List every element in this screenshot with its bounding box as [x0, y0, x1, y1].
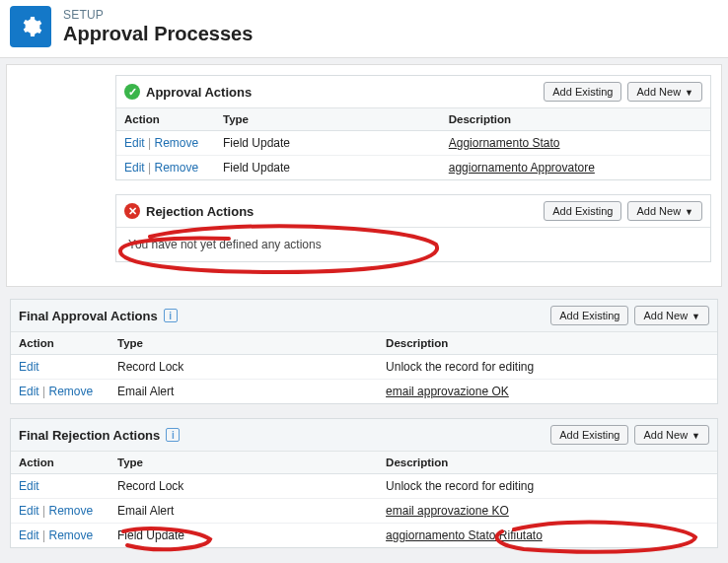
x-icon: ✕ — [124, 203, 140, 219]
add-existing-button[interactable]: Add Existing — [550, 306, 628, 325]
check-icon: ✓ — [124, 84, 140, 100]
remove-link[interactable]: Remove — [154, 161, 198, 175]
edit-link[interactable]: Edit — [19, 385, 39, 398]
page-header: SETUP Approval Processes — [0, 0, 728, 58]
description-cell: email approvazione KO — [378, 499, 717, 524]
description-link[interactable]: aggiornamento Stato Rifiutato — [386, 528, 543, 542]
separator: | — [145, 161, 155, 175]
chevron-down-icon: ▼ — [692, 312, 700, 321]
table-row: Edit | RemoveField UpdateAggiornamento S… — [116, 131, 710, 156]
final-rejection-title: Final Rejection Actions — [19, 428, 160, 443]
final-approval-header: Final Approval Actions i Add Existing Ad… — [11, 300, 717, 332]
col-action: Action — [11, 452, 109, 474]
chevron-down-icon: ▼ — [685, 88, 693, 98]
add-new-button[interactable]: Add New▼ — [627, 82, 702, 102]
separator: | — [39, 504, 49, 518]
table-row: Edit | RemoveEmail Alertemail approvazio… — [11, 380, 717, 404]
type-cell: Field Update — [109, 524, 378, 548]
info-icon[interactable]: i — [166, 428, 180, 442]
description-cell: Unlock the record for editing — [378, 355, 717, 380]
col-desc: Description — [378, 332, 717, 355]
separator: | — [145, 136, 155, 150]
remove-link[interactable]: Remove — [48, 528, 93, 542]
remove-link[interactable]: Remove — [48, 504, 93, 518]
edit-link[interactable]: Edit — [19, 479, 39, 493]
final-approval-table: Action Type Description EditRecord LockU… — [11, 332, 717, 403]
description-cell: aggiornamento Approvatore — [441, 156, 710, 180]
type-cell: Email Alert — [109, 380, 378, 404]
type-cell: Field Update — [215, 156, 441, 180]
col-type: Type — [109, 332, 378, 355]
add-new-button[interactable]: Add New▼ — [634, 306, 709, 325]
chevron-down-icon: ▼ — [692, 431, 700, 441]
edit-link[interactable]: Edit — [124, 161, 145, 175]
col-desc: Description — [378, 452, 717, 474]
col-type: Type — [215, 108, 441, 131]
edit-link[interactable]: Edit — [19, 360, 39, 374]
final-rejection-table: Action Type Description EditRecord LockU… — [11, 452, 717, 547]
remove-link[interactable]: Remove — [48, 385, 93, 398]
add-existing-button[interactable]: Add Existing — [544, 201, 621, 221]
description-cell: email approvazione OK — [378, 380, 717, 404]
description-link[interactable]: email approvazione KO — [386, 504, 509, 518]
rejection-actions-title: Rejection Actions — [146, 204, 254, 219]
description-link[interactable]: aggiornamento Approvatore — [449, 161, 595, 175]
description-cell: aggiornamento Stato Rifiutato — [378, 524, 717, 548]
final-approval-title: Final Approval Actions — [19, 309, 158, 323]
type-cell: Email Alert — [109, 499, 378, 524]
col-action: Action — [11, 332, 109, 355]
table-row: Edit | RemoveEmail Alertemail approvazio… — [11, 499, 717, 524]
chevron-down-icon: ▼ — [685, 207, 693, 217]
table-row: Edit | RemoveField Updateaggiornamento A… — [116, 156, 710, 180]
type-cell: Record Lock — [109, 355, 378, 380]
add-new-button[interactable]: Add New▼ — [627, 201, 702, 221]
final-approval-section: Final Approval Actions i Add Existing Ad… — [10, 299, 718, 404]
table-row: EditRecord LockUnlock the record for edi… — [11, 355, 717, 380]
remove-link[interactable]: Remove — [154, 136, 198, 150]
edit-link[interactable]: Edit — [19, 504, 39, 518]
final-rejection-section: Final Rejection Actions i Add Existing A… — [10, 418, 718, 548]
approval-actions-title: Approval Actions — [146, 85, 252, 100]
rejection-actions-header: ✕ Rejection Actions Add Existing Add New… — [116, 195, 710, 228]
info-icon[interactable]: i — [164, 309, 178, 322]
description-cell: Aggiornamento Stato — [441, 131, 710, 156]
type-cell: Record Lock — [109, 474, 378, 499]
add-existing-button[interactable]: Add Existing — [544, 82, 621, 102]
description-link[interactable]: Aggiornamento Stato — [449, 136, 560, 150]
rejection-empty-message: You have not yet defined any actions — [116, 228, 710, 261]
rejection-actions-section: ✕ Rejection Actions Add Existing Add New… — [115, 194, 711, 262]
approval-actions-header: ✓ Approval Actions Add Existing Add New▼ — [116, 76, 710, 108]
edit-link[interactable]: Edit — [19, 528, 39, 542]
type-cell: Field Update — [215, 131, 441, 156]
gear-icon — [10, 6, 51, 47]
setup-label: SETUP — [63, 8, 253, 22]
col-desc: Description — [441, 108, 710, 131]
separator: | — [39, 528, 49, 542]
description-link[interactable]: email approvazione OK — [386, 385, 509, 398]
approval-actions-table: Action Type Description Edit | RemoveFie… — [116, 108, 710, 179]
col-action: Action — [116, 108, 215, 131]
final-rejection-header: Final Rejection Actions i Add Existing A… — [11, 419, 717, 452]
col-type: Type — [109, 452, 378, 474]
add-existing-button[interactable]: Add Existing — [550, 425, 628, 445]
edit-link[interactable]: Edit — [124, 136, 145, 150]
separator: | — [39, 385, 49, 398]
approval-actions-section: ✓ Approval Actions Add Existing Add New▼… — [115, 75, 711, 180]
table-row: EditRecord LockUnlock the record for edi… — [11, 474, 717, 499]
table-row: Edit | RemoveField Updateaggiornamento S… — [11, 524, 717, 548]
add-new-button[interactable]: Add New▼ — [634, 425, 709, 445]
description-cell: Unlock the record for editing — [378, 474, 717, 499]
step-panel: ✓ Approval Actions Add Existing Add New▼… — [6, 64, 722, 287]
page-title: Approval Processes — [63, 23, 253, 45]
